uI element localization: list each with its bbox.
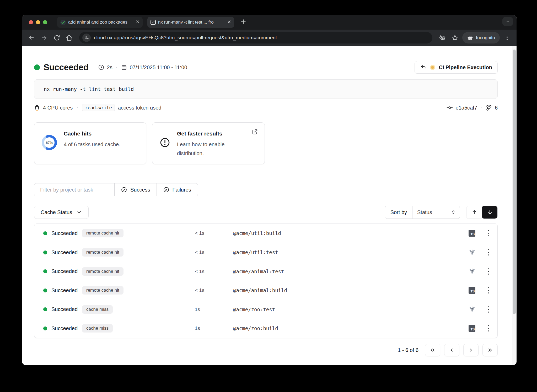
branch-count[interactable]: 6 <box>495 105 498 111</box>
cache-status-dropdown[interactable]: Cache Status <box>34 206 89 219</box>
vitest-icon <box>469 268 476 275</box>
task-row[interactable]: Succeeded remote cache hit < 1s @acme/an… <box>34 281 497 300</box>
sort-select[interactable]: Status <box>412 206 460 219</box>
new-tab-button[interactable] <box>240 18 247 26</box>
browser-toolbar: cloud.nx.app/runs/agsvEHsQc8?utm_source=… <box>22 30 517 46</box>
row-menu-button[interactable] <box>480 230 497 236</box>
row-menu-button[interactable] <box>480 287 497 293</box>
arrow-up-icon <box>471 209 477 215</box>
cache-hits-card[interactable]: 67% Cache hits 4 of 6 tasks used cache. <box>34 122 146 164</box>
cache-hits-subtitle: 4 of 6 tasks used cache. <box>64 140 120 149</box>
tab-close-icon[interactable] <box>136 20 139 25</box>
sort-ascending-button[interactable] <box>466 206 482 219</box>
incognito-label: Incognito <box>476 35 495 41</box>
chevron-down-icon <box>76 209 82 215</box>
browser-window: add animal and zoo packages nx run-many … <box>22 15 517 365</box>
tab-title: nx run-many -t lint test ... fro <box>158 20 225 25</box>
task-name[interactable]: @acme/zoo:build <box>233 325 464 331</box>
row-status-label: Succeeded <box>51 325 78 331</box>
command-box: nx run-many -t lint test build <box>34 79 498 99</box>
task-name[interactable]: @acme/util:test <box>233 249 464 255</box>
row-menu-button[interactable] <box>480 249 497 255</box>
tab-search-button[interactable] <box>502 17 513 26</box>
row-status-label: Succeeded <box>51 230 78 236</box>
last-page-button[interactable] <box>482 344 498 356</box>
success-filter-chip[interactable]: Success <box>114 183 157 196</box>
zoom-window-button[interactable] <box>43 20 47 24</box>
sort-control: Sort by Status <box>385 206 460 219</box>
distribution-line1: Learn how to enable <box>177 141 224 147</box>
filter-input[interactable] <box>34 183 114 196</box>
browser-menu-icon[interactable] <box>502 32 512 43</box>
window-controls[interactable] <box>29 20 47 24</box>
home-icon[interactable] <box>64 32 74 43</box>
task-row[interactable]: Succeeded cache miss 1s @acme/zoo:test <box>34 300 497 319</box>
tab-strip: add animal and zoo packages nx run-many … <box>22 15 517 30</box>
incognito-badge[interactable]: Incognito <box>462 32 500 43</box>
task-row[interactable]: Succeeded remote cache hit < 1s @acme/ut… <box>34 224 497 243</box>
chevrons-left-icon <box>430 347 436 353</box>
pagination-label: 1 - 6 of 6 <box>398 347 418 353</box>
failures-filter-label: Failures <box>173 187 191 193</box>
external-link-icon[interactable] <box>251 128 258 136</box>
forward-icon[interactable] <box>39 32 49 43</box>
task-row[interactable]: Succeeded cache miss 1s @acme/zoo:build … <box>34 319 497 338</box>
tab-close-icon[interactable] <box>227 20 231 25</box>
back-icon[interactable] <box>26 32 37 43</box>
sort-direction-toggle <box>466 206 498 219</box>
distribution-title: Get faster results <box>177 130 224 137</box>
commit-icon <box>446 104 453 111</box>
cache-status-badge: remote cache hit <box>82 286 123 295</box>
bookmark-star-icon[interactable] <box>450 32 460 43</box>
row-menu-button[interactable] <box>480 325 497 331</box>
run-timestamp: 07/11/2025 11:00 - 11:00 <box>130 64 187 70</box>
task-name[interactable]: @acme/zoo:test <box>233 307 464 312</box>
x-circle-icon <box>163 187 169 193</box>
github-check-favicon <box>60 20 66 25</box>
cache-status-label: Cache Status <box>41 209 72 215</box>
task-row[interactable]: Succeeded remote cache hit < 1s @acme/an… <box>34 262 497 281</box>
linux-penguin-icon <box>34 104 40 111</box>
sort-descending-button[interactable] <box>482 206 497 219</box>
row-menu-button[interactable] <box>480 306 497 313</box>
kebab-menu-icon <box>488 325 489 331</box>
vitest-icon <box>469 306 476 313</box>
row-menu-button[interactable] <box>480 268 497 275</box>
task-name[interactable]: @acme/animal:build <box>233 287 464 293</box>
row-status-label: Succeeded <box>51 306 78 312</box>
distribution-line2: distribution. <box>177 150 204 156</box>
access-token-text: access token used <box>118 105 162 111</box>
first-page-button[interactable] <box>425 344 440 356</box>
separator-dot <box>116 67 117 68</box>
failures-filter-chip[interactable]: Failures <box>157 183 197 196</box>
eye-off-icon[interactable] <box>437 32 448 43</box>
commit-hash[interactable]: e1a5caf7 <box>456 105 477 111</box>
distribution-card[interactable]: Get faster results Learn how to enabledi… <box>152 122 265 164</box>
cache-status-badge: cache miss <box>82 305 113 314</box>
close-window-button[interactable] <box>29 20 33 24</box>
tab-nx-run[interactable]: nx run-many -t lint test ... fro <box>147 17 234 28</box>
cache-hit-percent: 67% <box>44 137 55 148</box>
row-status-dot <box>43 231 47 235</box>
filter-bar: Success Failures <box>34 183 198 196</box>
url-bar[interactable]: cloud.nx.app/runs/agsvEHsQc8?utm_source=… <box>79 32 432 43</box>
task-name[interactable]: @acme/animal:test <box>233 269 464 274</box>
next-page-button[interactable] <box>463 344 479 356</box>
row-status-label: Succeeded <box>51 287 78 293</box>
arrow-down-icon <box>487 209 493 215</box>
pagination: 1 - 6 of 6 <box>34 344 498 356</box>
reload-icon[interactable] <box>51 32 62 43</box>
tab-pull-request[interactable]: add animal and zoo packages <box>57 17 143 28</box>
task-name[interactable]: @acme/util:build <box>233 230 464 236</box>
chevrons-up-down-icon <box>451 210 456 215</box>
page-scrollbar-thumb[interactable] <box>513 50 516 314</box>
success-filter-label: Success <box>130 187 150 193</box>
task-row[interactable]: Succeeded remote cache hit < 1s @acme/ut… <box>34 243 497 262</box>
ci-pipeline-execution-button[interactable]: CI Pipeline Execution <box>415 61 498 74</box>
typescript-icon: TS <box>469 230 475 237</box>
cache-hit-donut: 67% <box>39 132 60 153</box>
previous-page-button[interactable] <box>444 344 459 356</box>
minimize-window-button[interactable] <box>36 20 40 24</box>
kebab-menu-icon <box>488 249 489 255</box>
site-settings-icon[interactable] <box>82 34 91 42</box>
